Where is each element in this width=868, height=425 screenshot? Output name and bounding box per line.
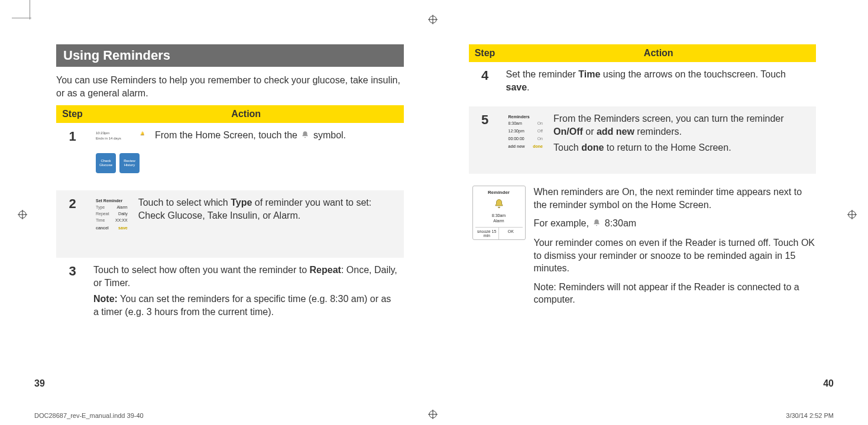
reminder-state: On <box>537 121 543 125</box>
header-step: Step <box>469 44 501 62</box>
text-fragment: or <box>583 126 597 137</box>
popup-ok-button: OK <box>499 228 523 239</box>
text-fragment: to dismiss your reminder or <box>534 251 650 261</box>
bell-icon: 🔔 <box>140 131 144 135</box>
crop-mark-horizontal <box>12 18 31 18</box>
text-fragment: add new <box>597 126 634 137</box>
home-screen-mock: 10:23pm 🔔 Ends in 14 days Check Glucose … <box>93 129 147 181</box>
text-fragment: Type <box>231 197 252 207</box>
crop-mark-vertical <box>30 0 30 20</box>
popup-time: 8:30am <box>475 213 523 218</box>
mock-cancel-button: cancel <box>96 226 109 230</box>
mock-time: 10:23pm <box>96 131 109 135</box>
text-fragment: done <box>581 142 604 153</box>
mock-save-button: save <box>118 226 128 230</box>
table-header-left: Step Action <box>56 105 404 123</box>
step-number: 2 <box>56 190 89 258</box>
text-fragment: For example, <box>534 218 592 228</box>
reminders-list-mock: Reminders 8:30amOn 12:30pmOff 00:00:00On… <box>506 112 546 164</box>
text-fragment: When reminders are On, the next reminder… <box>534 186 817 211</box>
registration-mark-right <box>847 210 857 219</box>
text-fragment: Note: <box>93 294 118 304</box>
text-fragment: From the Reminders screen, you can turn … <box>553 113 784 124</box>
mock-value-type: Alarm <box>116 205 127 209</box>
text-fragment: Touch to select which <box>138 197 231 207</box>
step-number: 3 <box>56 258 89 331</box>
section-title: Using Reminders <box>56 44 404 67</box>
action-text: From the Reminders screen, you can turn … <box>553 112 811 164</box>
action-text: Touch to select which Type of reminder y… <box>138 196 399 248</box>
action-text: From the Home Screen, touch the symbol. <box>155 129 346 181</box>
footer-file: DOC28687_rev-E_manual.indd 39-40 <box>34 412 144 419</box>
page-left: Using Reminders You can use Reminders to… <box>56 44 404 332</box>
mock-label-type: Type <box>96 205 105 209</box>
intro-text: You can use Reminders to help you rememb… <box>56 74 404 99</box>
table-row: 4 Set the reminder Time using the arrows… <box>469 62 817 106</box>
step-number: 1 <box>56 123 89 190</box>
header-action: Action <box>501 44 817 62</box>
mock-label-time: Time <box>96 218 105 222</box>
set-reminder-mock: Set Reminder TypeAlarm RepeatDaily TimeX… <box>93 196 130 248</box>
page-right: Step Action 4 Set the reminder Time usin… <box>469 44 817 332</box>
reminder-time: 12:30pm <box>509 129 524 133</box>
text-fragment: OK <box>801 238 815 248</box>
table-row: 5 Reminders 8:30amOn 12:30pmOff 00:00:00… <box>469 106 817 174</box>
registration-mark-left <box>18 210 27 219</box>
mock-add-new-button: add new <box>509 144 525 148</box>
text-fragment: Your reminder comes on even if the Reade… <box>534 238 801 248</box>
print-footer: DOC28687_rev-E_manual.indd 39-40 3/30/14… <box>34 412 834 419</box>
table-row: 2 Set Reminder TypeAlarm RepeatDaily Tim… <box>56 190 404 258</box>
text-fragment: 8:30am <box>605 218 636 228</box>
text-fragment: Touch <box>553 142 581 153</box>
mock-title: Reminders <box>509 115 543 119</box>
mock-sensor-text: Ends in 14 days <box>96 137 144 140</box>
page-number-right: 40 <box>823 378 834 389</box>
mock-value-time: XX:XX <box>115 218 128 222</box>
notes-block: Reminder 8:30am Alarm snooze 15 min OK W… <box>469 186 817 312</box>
notes-text: When reminders are On, the next reminder… <box>534 186 817 312</box>
page-number-left: 39 <box>34 378 45 389</box>
text-fragment: Set the reminder <box>506 69 579 79</box>
mock-label-repeat: Repeat <box>96 212 109 216</box>
action-text: Set the reminder Time using the arrows o… <box>506 68 812 93</box>
text-fragment: Reminders will not appear if the Reader … <box>534 282 799 305</box>
bell-icon <box>475 199 523 210</box>
text-fragment: Touch to select how often you want the r… <box>93 265 310 275</box>
text-fragment: save <box>506 82 527 92</box>
popup-snooze-button: snooze 15 min <box>475 228 500 239</box>
text-fragment: On/Off <box>553 126 583 137</box>
text-fragment: . <box>527 82 529 92</box>
header-step: Step <box>56 105 89 123</box>
text-fragment: Note: <box>534 282 556 292</box>
registration-mark-top <box>428 15 438 24</box>
popup-type: Alarm <box>475 219 523 223</box>
text-fragment: using the arrows on the touchscreen. Tou… <box>600 69 786 79</box>
reminder-time: 00:00:00 <box>509 137 524 141</box>
table-row: 3 Touch to select how often you want the… <box>56 258 404 331</box>
text-fragment: From the Home Screen, touch the <box>155 130 300 140</box>
tile-check-glucose: Check Glucose <box>96 153 116 173</box>
text-fragment: to return to the Home Screen. <box>604 142 731 153</box>
bell-icon <box>592 218 601 231</box>
tile-review-history: Review History <box>119 153 140 173</box>
text-fragment: Repeat <box>310 265 341 275</box>
bell-icon <box>301 129 309 142</box>
footer-timestamp: 3/30/14 2:52 PM <box>786 412 834 419</box>
reminder-state: On <box>537 137 543 141</box>
reminder-state: Off <box>537 129 543 133</box>
step-number: 5 <box>469 106 501 174</box>
mock-done-button: done <box>533 144 543 148</box>
reminder-time: 8:30am <box>509 121 522 125</box>
text-fragment: reminders. <box>634 126 682 137</box>
popup-title: Reminder <box>475 190 523 195</box>
reminder-popup-mock: Reminder 8:30am Alarm snooze 15 min OK <box>472 186 526 240</box>
mock-value-repeat: Daily <box>118 212 128 216</box>
mock-title: Set Reminder <box>96 199 128 203</box>
action-text: Touch to select how often you want the r… <box>93 264 399 318</box>
table-header-right: Step Action <box>469 44 817 62</box>
text-fragment: You can set the reminders for a specific… <box>93 294 391 317</box>
text-fragment: symbol. <box>313 130 346 140</box>
header-action: Action <box>89 105 404 123</box>
table-row: 1 10:23pm 🔔 Ends in 14 days Check Glucos… <box>56 123 404 190</box>
text-fragment: Time <box>578 69 600 79</box>
